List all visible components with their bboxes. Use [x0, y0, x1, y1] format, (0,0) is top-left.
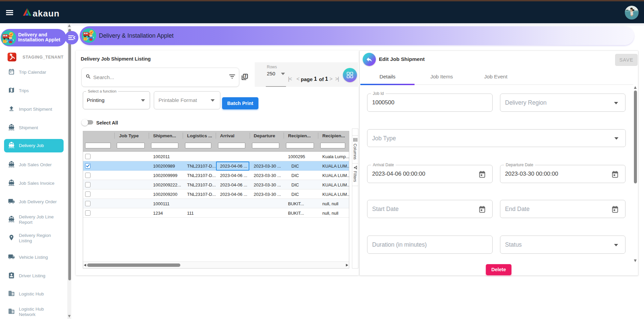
svg-text:2: 2 [245, 74, 247, 78]
